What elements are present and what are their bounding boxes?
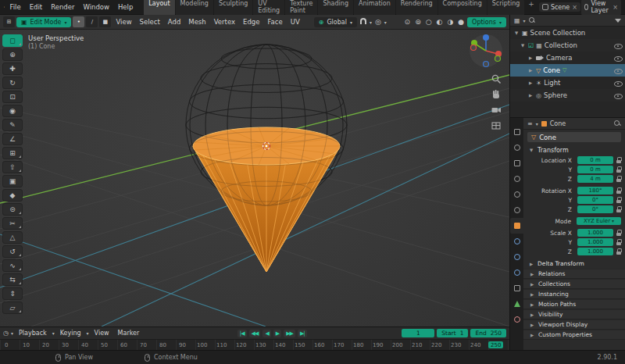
- properties-tab-constraints[interactable]: [510, 280, 523, 296]
- jump-to-end-button[interactable]: ▶|: [298, 330, 307, 337]
- transform-orientation-dropdown[interactable]: ⊕ Global ▾: [314, 17, 357, 27]
- visibility-eye-icon[interactable]: [614, 67, 622, 74]
- options-dropdown[interactable]: Options ▾: [467, 17, 506, 27]
- menu-playback[interactable]: Playback: [16, 328, 50, 338]
- workspace-tab-animation[interactable]: Animation: [354, 0, 395, 16]
- object-name-field[interactable]: ▽ Cone: [527, 132, 621, 142]
- proportional-dropdown-icon[interactable]: ▾: [384, 20, 387, 25]
- properties-tab-output[interactable]: [510, 155, 523, 171]
- workspace-tab-uv-editing[interactable]: UV Editing: [253, 0, 284, 16]
- lock-icon[interactable]: [616, 166, 621, 173]
- visibility-eye-icon[interactable]: [614, 42, 622, 49]
- properties-tab-object-data[interactable]: [510, 296, 523, 312]
- search-icon[interactable]: [529, 17, 536, 24]
- expander-icon[interactable]: ▶: [527, 55, 534, 60]
- properties-editor-icon[interactable]: ≡: [527, 120, 533, 127]
- pan-view-hand-icon[interactable]: [491, 89, 502, 100]
- workspace-tab-compositing[interactable]: Compositing: [438, 0, 487, 16]
- section-motion-paths[interactable]: ▶ Motion Paths: [523, 299, 625, 309]
- editor-type-button[interactable]: ⊞: [3, 16, 15, 27]
- section-viewport-display[interactable]: ▶ Viewport Display: [523, 319, 625, 330]
- tool-extrude-region[interactable]: ⇧: [2, 161, 23, 173]
- menu-keying[interactable]: Keying: [57, 328, 84, 338]
- properties-tab-physics[interactable]: [510, 265, 523, 280]
- current-frame-field[interactable]: 1: [402, 329, 434, 337]
- menu-view-timeline[interactable]: View: [91, 328, 112, 338]
- rotation-x-field[interactable]: 180°: [577, 187, 613, 194]
- expander-icon[interactable]: ▼: [513, 30, 520, 35]
- tool-add-cube[interactable]: ⊞: [2, 147, 23, 159]
- lock-icon[interactable]: [616, 230, 621, 236]
- outliner-row-camera[interactable]: ▶ Camera: [510, 52, 625, 64]
- frame-start-field[interactable]: Start 1: [437, 329, 468, 337]
- tool-shrink-fatten[interactable]: ⇕: [2, 287, 23, 300]
- search-icon[interactable]: [614, 120, 621, 127]
- scene-selector[interactable]: Scene ×: [539, 2, 580, 12]
- shading-rendered-icon[interactable]: ●: [456, 18, 466, 26]
- outliner-row-collection[interactable]: ▼ ☑ ▦ Collection: [510, 39, 625, 52]
- outliner-row-light[interactable]: ▶ ☀ Light: [510, 77, 625, 89]
- tool-select-box[interactable]: ◻: [2, 34, 23, 47]
- outliner-row-sphere[interactable]: ▶ ◎ Sphere: [510, 89, 625, 102]
- chevron-down-icon[interactable]: ▾: [11, 330, 13, 336]
- scale-x-field[interactable]: 1.000: [577, 229, 613, 237]
- tool-poly-build[interactable]: △: [2, 231, 23, 244]
- lock-icon[interactable]: [616, 197, 621, 203]
- menu-window[interactable]: Window: [79, 2, 113, 12]
- tool-bevel[interactable]: ◆: [2, 189, 23, 202]
- menu-edit[interactable]: Edit: [26, 2, 46, 12]
- transform-section-header[interactable]: ▼ Transform: [523, 145, 625, 155]
- rotation-mode-dropdown[interactable]: XYZ Euler ▾: [577, 217, 621, 225]
- outliner-row-scene-collection[interactable]: ▼ ▣ Scene Collection: [510, 27, 625, 39]
- end-frame-marker[interactable]: 250: [488, 341, 503, 348]
- workspace-tab-modeling[interactable]: Modeling: [176, 0, 213, 16]
- gizmo-z-axis[interactable]: [483, 34, 489, 41]
- snap-magnet-icon[interactable]: [359, 18, 368, 26]
- workspace-tab-sculpting[interactable]: Sculpting: [214, 0, 252, 16]
- menu-view[interactable]: View: [112, 16, 134, 27]
- menu-mesh[interactable]: Mesh: [185, 16, 209, 27]
- show-gizmo-icon[interactable]: ⊙: [403, 18, 412, 26]
- tool-scale[interactable]: ⊡: [2, 91, 23, 103]
- chevron-down-icon[interactable]: ▾: [523, 18, 526, 23]
- menu-edge[interactable]: Edge: [240, 16, 262, 27]
- unlink-scene-icon[interactable]: ×: [572, 4, 577, 11]
- tool-inset-faces[interactable]: ▣: [2, 175, 23, 187]
- tool-rotate[interactable]: ↻: [2, 77, 23, 89]
- frame-end-field[interactable]: End 250: [470, 329, 506, 337]
- filter-icon[interactable]: [615, 19, 621, 23]
- workspace-tab-scripting[interactable]: Scripting: [488, 0, 525, 16]
- section-relations[interactable]: ▶ Relations: [523, 269, 625, 279]
- expander-icon[interactable]: ▼: [520, 43, 526, 48]
- menu-vertex[interactable]: Vertex: [211, 16, 238, 27]
- tool-spin[interactable]: ↺: [2, 245, 23, 258]
- snap-dropdown-icon[interactable]: ▾: [370, 20, 372, 25]
- collection-checkbox[interactable]: ☑: [528, 42, 534, 49]
- location-x-field[interactable]: 0 m: [577, 156, 613, 164]
- viewport-3d[interactable]: User Perspective (1) Cone ◻ ⊕ ✚ ↻ ⊡ ◉ ✎ …: [0, 30, 509, 327]
- previous-keyframe-button[interactable]: ◀◀: [249, 330, 261, 337]
- proportional-editing-icon[interactable]: ◎: [373, 18, 383, 26]
- timeline-ruler[interactable]: 0 10 20 30 40 50 60 70 80 90 100 110 120…: [0, 339, 509, 351]
- add-workspace-button[interactable]: +: [525, 0, 538, 16]
- visibility-eye-icon[interactable]: [614, 92, 622, 99]
- tool-edge-slide[interactable]: ⇆: [2, 273, 23, 286]
- properties-tab-material[interactable]: [510, 312, 523, 327]
- location-z-field[interactable]: 4 m: [577, 175, 613, 183]
- scale-z-field[interactable]: 1.000: [577, 248, 613, 255]
- outliner-row-cone[interactable]: ▶ ▽ Cone ▽: [510, 64, 625, 77]
- edge-select-mode-button[interactable]: ∕: [86, 16, 98, 27]
- camera-view-icon[interactable]: [491, 105, 502, 116]
- unlink-view-layer-icon[interactable]: ×: [612, 4, 618, 11]
- workspace-tab-layout[interactable]: Layout: [144, 0, 174, 16]
- section-custom-properties[interactable]: ▶ Custom Properties: [523, 330, 625, 340]
- gizmo-x-neg-axis[interactable]: [471, 45, 477, 51]
- outliner-editor-icon[interactable]: ▦: [514, 17, 520, 24]
- menu-add[interactable]: Add: [165, 16, 184, 27]
- show-overlays-icon[interactable]: ⊚: [413, 18, 423, 26]
- tool-knife[interactable]: ✂: [2, 217, 23, 230]
- tool-annotate[interactable]: ✎: [2, 119, 23, 131]
- timeline-editor-icon[interactable]: ◷: [3, 330, 9, 337]
- viewport-canvas[interactable]: [0, 30, 509, 327]
- menu-help[interactable]: Help: [114, 2, 137, 12]
